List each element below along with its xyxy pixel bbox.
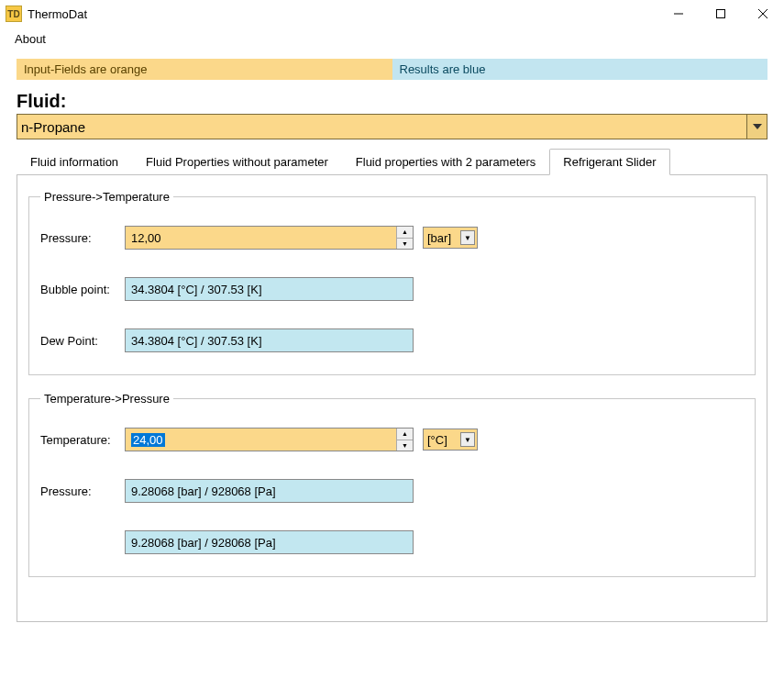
legend-row: Input-Fields are orange Results are blue <box>17 59 767 80</box>
group-title-p-to-t: Pressure->Temperature <box>40 190 173 204</box>
fluid-label: Fluid: <box>17 91 767 112</box>
pressure-unit-value: [bar] <box>427 231 451 245</box>
tab-bar: Fluid information Fluid Properties witho… <box>17 149 767 175</box>
chevron-up-icon[interactable]: ▲ <box>397 429 413 440</box>
temperature-input-value: 24,00 <box>131 433 165 447</box>
pressure-result-value-1: 9.28068 [bar] / 928068 [Pa] <box>131 484 276 498</box>
svg-rect-1 <box>717 10 725 18</box>
chevron-down-icon: ▼ <box>460 432 475 447</box>
content-area: Input-Fields are orange Results are blue… <box>0 50 784 631</box>
app-icon: TD <box>6 6 22 22</box>
tab-refrigerant-slider[interactable]: Refrigerant Slider <box>549 149 669 175</box>
temperature-unit-value: [°C] <box>427 433 447 447</box>
fluid-select-value: n-Propane <box>21 119 85 135</box>
legend-input: Input-Fields are orange <box>17 59 392 80</box>
legend-result: Results are blue <box>392 59 768 80</box>
pressure-result-2: 9.28068 [bar] / 928068 [Pa] <box>125 530 414 554</box>
bubble-point-label: Bubble point: <box>40 283 125 296</box>
chevron-up-icon[interactable]: ▲ <box>397 227 413 239</box>
pressure-input[interactable]: 12,00 ▲ ▼ <box>125 226 414 250</box>
group-temperature-to-pressure: Temperature->Pressure Temperature: 24,00… <box>28 392 756 577</box>
temperature-unit-select[interactable]: [°C] ▼ <box>423 429 478 451</box>
pressure-result-label: Pressure: <box>40 484 125 498</box>
titlebar: TD ThermoDat <box>0 0 784 28</box>
chevron-down-icon[interactable]: ▼ <box>397 440 413 451</box>
close-button[interactable] <box>742 0 784 28</box>
app-title: ThermoDat <box>28 7 657 21</box>
minimize-button[interactable] <box>657 0 700 28</box>
maximize-button[interactable] <box>700 0 742 28</box>
window-controls <box>657 0 784 28</box>
pressure-label: Pressure: <box>40 231 125 245</box>
pressure-result-value-2: 9.28068 [bar] / 928068 [Pa] <box>131 536 276 550</box>
temperature-label: Temperature: <box>40 433 125 447</box>
pressure-spinner[interactable]: ▲ ▼ <box>396 227 413 249</box>
temperature-spinner[interactable]: ▲ ▼ <box>396 429 413 451</box>
bubble-point-value: 34.3804 [°C] / 307.53 [K] <box>131 283 262 296</box>
dew-point-value: 34.3804 [°C] / 307.53 [K] <box>131 334 262 348</box>
chevron-down-icon[interactable]: ▼ <box>397 239 413 250</box>
menu-about[interactable]: About <box>9 30 51 48</box>
dew-point-label: Dew Point: <box>40 334 125 348</box>
chevron-down-icon: ▼ <box>460 230 475 245</box>
bubble-point-result: 34.3804 [°C] / 307.53 [K] <box>125 277 414 301</box>
tab-fluid-properties-2-params[interactable]: Fluid properties with 2 parameters <box>342 149 550 175</box>
pressure-unit-select[interactable]: [bar] ▼ <box>423 227 478 249</box>
svg-marker-4 <box>753 124 762 129</box>
fluid-select[interactable]: n-Propane <box>17 114 767 139</box>
group-pressure-to-temperature: Pressure->Temperature Pressure: 12,00 ▲ … <box>28 190 756 375</box>
tab-body: Pressure->Temperature Pressure: 12,00 ▲ … <box>17 175 767 622</box>
temperature-input[interactable]: 24,00 ▲ ▼ <box>125 428 414 451</box>
dew-point-result: 34.3804 [°C] / 307.53 [K] <box>125 328 414 352</box>
tab-fluid-properties-no-param[interactable]: Fluid Properties without parameter <box>132 149 342 175</box>
pressure-result-1: 9.28068 [bar] / 928068 [Pa] <box>125 479 414 503</box>
chevron-down-icon <box>746 115 767 139</box>
pressure-input-value: 12,00 <box>131 231 161 245</box>
group-title-t-to-p: Temperature->Pressure <box>40 392 173 406</box>
menubar: About <box>0 28 784 50</box>
tab-fluid-information[interactable]: Fluid information <box>17 149 132 175</box>
